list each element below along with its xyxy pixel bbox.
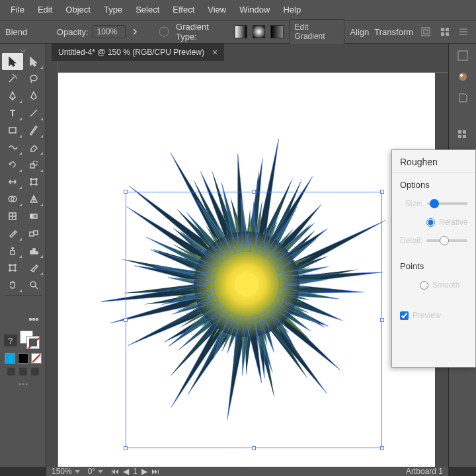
blend-tool[interactable] (23, 225, 44, 242)
hand-tool[interactable] (2, 276, 23, 294)
next-icon[interactable]: ▶ (141, 467, 147, 476)
handle-top-right[interactable] (380, 190, 384, 194)
perspective-tool[interactable] (23, 190, 44, 208)
zoom-field[interactable]: 150% (52, 467, 80, 476)
gradient-radial-icon[interactable] (253, 25, 265, 38)
prev-icon[interactable]: ◀ (123, 467, 129, 476)
artboard-nav[interactable]: ⏮ ◀ 1 ▶ ⏭ (111, 467, 159, 476)
scale-tool[interactable] (23, 156, 44, 173)
direct-selection-tool[interactable] (23, 53, 44, 70)
toolbox-flyout-icon[interactable] (19, 46, 27, 52)
opacity-field[interactable]: 100% (93, 25, 126, 38)
handle-bot-left[interactable] (124, 446, 128, 450)
gradient-freeform-icon[interactable] (270, 25, 283, 38)
paintbrush-tool[interactable] (23, 122, 44, 139)
rotate-field[interactable]: 0° (88, 467, 103, 476)
menu-object[interactable]: Object (59, 0, 97, 20)
draw-inside-icon[interactable] (31, 368, 39, 376)
pen-tool[interactable] (2, 87, 23, 104)
preview-checkbox[interactable] (400, 311, 409, 320)
menu-effect[interactable]: Effect (166, 0, 201, 20)
last-icon[interactable]: ⏭ (151, 467, 159, 476)
properties-panel-icon[interactable] (455, 48, 471, 63)
document-area: Untitled-4* @ 150 % (RGB/CPU Preview) × (46, 44, 448, 467)
slice-tool[interactable] (23, 259, 44, 276)
curvature-tool[interactable] (23, 87, 44, 104)
recolor-icon[interactable] (157, 24, 171, 39)
svg-rect-10 (33, 161, 37, 165)
edit-gradient-button[interactable]: Edit Gradient (289, 19, 345, 44)
help-icon[interactable]: ? (4, 335, 17, 346)
screen-mode-icon[interactable] (13, 381, 34, 387)
detail-slider[interactable] (426, 239, 467, 242)
svg-rect-8 (9, 128, 16, 133)
more-options-icon[interactable] (457, 24, 471, 39)
relative-radio[interactable] (426, 218, 435, 227)
svg-rect-6 (446, 32, 449, 36)
symbol-sprayer-tool[interactable] (2, 242, 23, 259)
color-chip-cyan[interactable] (5, 353, 15, 364)
menu-select[interactable]: Select (129, 0, 166, 20)
transform-label[interactable]: Transform (374, 27, 413, 37)
gradient-tool[interactable] (23, 208, 44, 225)
relative-label: Relative (439, 218, 467, 227)
handle-bot-right[interactable] (380, 446, 384, 450)
width-tool[interactable] (2, 173, 23, 190)
menu-view[interactable]: View (201, 0, 233, 20)
shape-builder-tool[interactable] (2, 190, 23, 208)
magic-wand-tool[interactable] (2, 70, 23, 87)
align-label[interactable]: Align (350, 27, 369, 37)
artboard-tool[interactable] (2, 259, 23, 276)
handle-mid-left[interactable] (124, 318, 128, 322)
lasso-tool[interactable] (23, 70, 44, 87)
stroke-swatch[interactable] (26, 336, 40, 349)
selection-tool[interactable] (2, 53, 23, 70)
handle-top-mid[interactable] (252, 190, 256, 194)
isolate-icon[interactable] (418, 24, 432, 39)
menu-help[interactable]: Help (276, 0, 307, 20)
rectangle-tool[interactable] (2, 122, 23, 139)
ruler-vertical[interactable] (46, 61, 58, 467)
draw-normal-icon[interactable] (7, 368, 15, 376)
first-icon[interactable]: ⏮ (111, 467, 119, 476)
close-tab-icon[interactable]: × (212, 47, 218, 58)
mesh-tool[interactable] (2, 208, 23, 225)
menu-type[interactable]: Type (97, 0, 129, 20)
edit-toolbar-icon[interactable] (23, 311, 44, 328)
size-slider[interactable] (427, 202, 467, 205)
color-chip-black[interactable] (18, 353, 28, 364)
roughen-dialog[interactable]: Roughen Options Size: Relative Detail: P… (391, 149, 476, 368)
dialog-title: Roughen (392, 150, 475, 173)
document-tab[interactable]: Untitled-4* @ 150 % (RGB/CPU Preview) × (52, 44, 224, 61)
menu-window[interactable]: Window (233, 0, 276, 20)
color-panel-icon[interactable] (455, 69, 471, 85)
gradient-linear-icon[interactable] (235, 25, 247, 38)
align-pixel-icon[interactable] (438, 24, 452, 39)
zoom-tool[interactable] (23, 276, 44, 294)
draw-behind-icon[interactable] (19, 368, 27, 376)
menubar: File Edit Object Type Select Effect View… (0, 0, 476, 20)
libraries-panel-icon[interactable] (455, 90, 471, 106)
type-tool[interactable] (2, 104, 23, 122)
page-number[interactable]: 1 (133, 467, 138, 476)
handle-top-left[interactable] (124, 190, 128, 194)
eyedropper-tool[interactable] (2, 225, 23, 242)
artboard-name[interactable]: Artboard 1 (406, 467, 443, 476)
column-graph-tool[interactable] (23, 242, 44, 259)
menu-edit[interactable]: Edit (31, 0, 59, 20)
svg-point-30 (36, 319, 38, 321)
color-chip-none[interactable] (31, 353, 42, 364)
shaper-tool[interactable] (2, 139, 23, 156)
menu-file[interactable]: File (4, 0, 31, 20)
ruler-horizontal[interactable] (58, 61, 448, 73)
swatches-panel-icon[interactable] (455, 127, 471, 143)
chevron-right-icon[interactable] (130, 26, 140, 37)
selection-bounding-box[interactable] (126, 192, 382, 448)
handle-bot-mid[interactable] (252, 446, 256, 450)
eraser-tool[interactable] (23, 139, 44, 156)
smooth-radio[interactable] (420, 281, 428, 290)
free-transform-tool[interactable] (23, 173, 44, 190)
handle-mid-right[interactable] (380, 318, 384, 322)
line-tool[interactable] (23, 104, 44, 122)
rotate-tool[interactable] (2, 156, 23, 173)
